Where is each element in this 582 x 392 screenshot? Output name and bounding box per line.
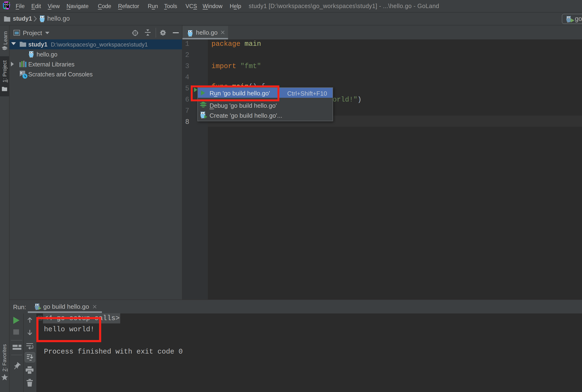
svg-text:GO: GO [4, 3, 9, 6]
